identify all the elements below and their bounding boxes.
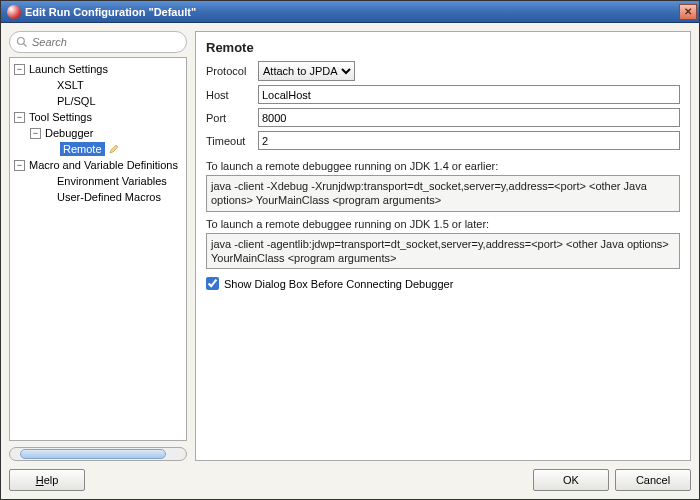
instructions-jdk15-label: To launch a remote debuggee running on J… — [206, 218, 680, 230]
tree-debugger[interactable]: − Debugger — [12, 125, 184, 141]
detail-pane: Remote Protocol Attach to JPDA Host Port — [195, 31, 691, 461]
port-label: Port — [206, 112, 254, 124]
left-column: − Launch Settings XSLT PL/SQL − Tool Set… — [9, 31, 187, 461]
ok-button[interactable]: OK — [533, 469, 609, 491]
dialog-footer: Help OK Cancel — [9, 467, 691, 491]
titlebar[interactable]: Edit Run Configuration "Default" ✕ — [1, 1, 699, 23]
collapse-icon[interactable]: − — [14, 112, 25, 123]
tree-macro-var[interactable]: − Macro and Variable Definitions — [12, 157, 184, 173]
row-protocol: Protocol Attach to JPDA — [206, 61, 680, 81]
row-port: Port — [206, 108, 680, 127]
tree-launch-settings[interactable]: − Launch Settings — [12, 61, 184, 77]
protocol-select[interactable]: Attach to JPDA — [258, 61, 355, 81]
svg-line-1 — [24, 44, 27, 47]
help-rest: elp — [44, 474, 59, 486]
row-show-dialog: Show Dialog Box Before Connecting Debugg… — [206, 277, 680, 290]
timeout-input[interactable] — [258, 131, 680, 150]
port-input[interactable] — [258, 108, 680, 127]
scrollbar-thumb[interactable] — [20, 449, 166, 459]
row-timeout: Timeout — [206, 131, 680, 150]
tree-env-vars[interactable]: Environment Variables — [12, 173, 184, 189]
tree-spacer — [42, 192, 53, 203]
tree-spacer — [42, 80, 53, 91]
command-jdk15[interactable]: java -client -agentlib:jdwp=transport=dt… — [206, 233, 680, 270]
host-label: Host — [206, 89, 254, 101]
tree-tool-settings[interactable]: − Tool Settings — [12, 109, 184, 125]
protocol-label: Protocol — [206, 65, 254, 77]
collapse-icon[interactable]: − — [30, 128, 41, 139]
tree-spacer — [42, 96, 53, 107]
collapse-icon[interactable]: − — [14, 64, 25, 75]
show-dialog-checkbox[interactable] — [206, 277, 219, 290]
dialog-body: − Launch Settings XSLT PL/SQL − Tool Set… — [1, 23, 699, 499]
pencil-icon — [109, 144, 119, 154]
svg-point-0 — [18, 38, 25, 45]
collapse-icon[interactable]: − — [14, 160, 25, 171]
nav-tree[interactable]: − Launch Settings XSLT PL/SQL − Tool Set… — [9, 57, 187, 441]
tree-user-macros[interactable]: User-Defined Macros — [12, 189, 184, 205]
main-area: − Launch Settings XSLT PL/SQL − Tool Set… — [9, 31, 691, 461]
pane-title: Remote — [206, 40, 680, 55]
tree-xslt[interactable]: XSLT — [12, 77, 184, 93]
host-input[interactable] — [258, 85, 680, 104]
tree-spacer — [42, 176, 53, 187]
tree-horizontal-scrollbar[interactable] — [9, 447, 187, 461]
instructions-jdk14-label: To launch a remote debuggee running on J… — [206, 160, 680, 172]
window-title: Edit Run Configuration "Default" — [25, 6, 679, 18]
close-button[interactable]: ✕ — [679, 4, 697, 20]
row-host: Host — [206, 85, 680, 104]
tree-remote[interactable]: Remote — [12, 141, 184, 157]
show-dialog-label[interactable]: Show Dialog Box Before Connecting Debugg… — [224, 278, 453, 290]
timeout-label: Timeout — [206, 135, 254, 147]
help-button[interactable]: Help — [9, 469, 85, 491]
search-input[interactable] — [32, 36, 180, 48]
help-mnemonic: H — [36, 474, 44, 486]
dialog-window: Edit Run Configuration "Default" ✕ − Lau… — [0, 0, 700, 500]
command-jdk14[interactable]: java -client -Xdebug -Xrunjdwp:transport… — [206, 175, 680, 212]
search-icon — [16, 36, 28, 48]
app-icon — [7, 5, 21, 19]
close-icon: ✕ — [684, 6, 692, 17]
tree-plsql[interactable]: PL/SQL — [12, 93, 184, 109]
cancel-button[interactable]: Cancel — [615, 469, 691, 491]
search-box[interactable] — [9, 31, 187, 53]
